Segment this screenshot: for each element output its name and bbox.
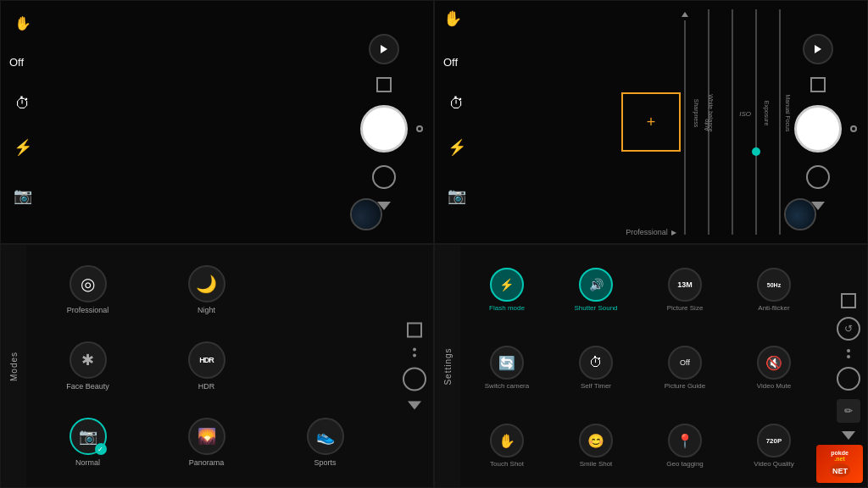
shutter-area: [360, 34, 408, 210]
q3-circle-button[interactable]: [403, 368, 426, 391]
mode-sports-label: Sports: [314, 458, 336, 467]
svg-marker-0: [381, 45, 387, 53]
q4-refresh-button[interactable]: ↺: [837, 317, 860, 341]
mode-panorama[interactable]: 🌄 Panorama: [188, 418, 225, 467]
aspect-ratio-button[interactable]: [376, 77, 392, 92]
q4-edit-button[interactable]: ✏: [837, 399, 860, 423]
q4-dot2: [847, 355, 850, 358]
mode-professional[interactable]: ◎ Professional: [67, 265, 109, 314]
video-button-2[interactable]: [803, 34, 833, 64]
q3-aspect-button[interactable]: [407, 323, 422, 338]
flash-mode-label: Flash mode: [489, 304, 525, 313]
aspect-ratio-button-2[interactable]: [810, 77, 826, 92]
mode-face-beauty-label: Face Beauty: [66, 382, 109, 391]
mode-night[interactable]: 🌙 Night: [188, 265, 225, 314]
shutter-sound-icon: 🔊: [579, 268, 613, 302]
q3-more-icon[interactable]: [408, 402, 421, 410]
mode-hdr[interactable]: HDR HDR: [188, 341, 225, 391]
svg-marker-1: [815, 45, 821, 53]
q4-circle-button[interactable]: [837, 367, 860, 391]
switch-camera-label: Switch camera: [485, 382, 529, 391]
pro-sliders-panel: Sharpness White balance ISO Auto Exposur…: [678, 5, 787, 239]
camera-mode-icon-2[interactable]: 📷: [443, 182, 470, 209]
video-mute-label: Video Mute: [757, 382, 791, 391]
mode-panorama-label: Panorama: [189, 458, 225, 467]
off-label-2: Off: [443, 56, 458, 69]
setting-anti-flicker[interactable]: 50Hz Anti-flicker: [757, 268, 791, 313]
mode-normal-label: Normal: [75, 458, 100, 467]
q4-more-icon[interactable]: [842, 431, 855, 440]
q4-aspect-button[interactable]: [841, 293, 856, 308]
touch-shot-icon: ✋: [490, 424, 524, 458]
modes-sidebar: Modes: [1, 245, 26, 487]
q3-dots-menu[interactable]: [413, 348, 416, 358]
shutter-area-2: [794, 34, 842, 210]
mode-normal-check: ✓: [95, 443, 107, 455]
modes-grid: ◎ Professional 🌙 Night ✱ Face Beauty HDR…: [31, 253, 382, 479]
video-quality-label: Video Quality: [754, 460, 793, 469]
off-label: Off: [9, 56, 24, 69]
focus-cross: +: [647, 114, 656, 131]
focus-box[interactable]: +: [621, 92, 681, 152]
setting-picture-size[interactable]: 13M Picture Size: [667, 268, 704, 313]
settings-grid: ⚡ Flash mode 🔊 Shutter Sound 13M Picture…: [465, 253, 816, 483]
shutter-indicator: [416, 125, 423, 132]
mode-professional-icon: ◎: [70, 265, 107, 302]
gallery-button-2[interactable]: [806, 165, 830, 189]
gallery-thumbnail-2[interactable]: [784, 198, 816, 230]
q1-left-sidebar: ✋: [9, 9, 36, 36]
mode-hdr-label: HDR: [198, 382, 215, 391]
setting-picture-guide[interactable]: Off Picture Guide: [665, 346, 705, 391]
camera-mode-icon[interactable]: 📷: [9, 182, 36, 209]
camera-viewfinder-pro: ✋ Off ⏱ ⚡ 📷 + Professional ▶ Sharpness W…: [434, 0, 868, 244]
setting-flash-mode[interactable]: ⚡ Flash mode: [489, 268, 525, 313]
anti-flicker-icon: 50Hz: [757, 268, 791, 302]
mode-normal-icon: 📷 ✓: [70, 418, 107, 455]
mode-normal[interactable]: 📷 ✓ Normal: [70, 418, 107, 467]
smile-shot-icon: 😊: [579, 424, 613, 458]
video-quality-icon: 720P: [757, 424, 791, 458]
mode-night-label: Night: [198, 306, 215, 314]
pro-label-bottom: Professional ▶: [626, 228, 676, 236]
hand-cursor-icon: ✋: [9, 9, 36, 36]
setting-video-quality[interactable]: 720P Video Quality: [754, 424, 793, 469]
picture-guide-label: Picture Guide: [665, 382, 705, 391]
mode-professional-label: Professional: [67, 306, 109, 314]
switch-camera-icon: 🔄: [490, 346, 524, 380]
picture-size-label: Picture Size: [667, 304, 704, 313]
setting-video-mute[interactable]: 🔇 Video Mute: [757, 346, 791, 391]
modes-panel: Modes ◎ Professional 🌙 Night ✱ Face Beau…: [0, 244, 434, 488]
mode-face-beauty[interactable]: ✱ Face Beauty: [66, 341, 109, 391]
q4-dots-menu[interactable]: [847, 349, 850, 358]
pokde-watermark: pokde .net NET: [816, 445, 863, 483]
gallery-thumbnail[interactable]: [350, 198, 382, 230]
shutter-sound-label: Shutter Sound: [574, 304, 617, 313]
setting-touch-shot[interactable]: ✋ Touch Shot: [490, 424, 524, 469]
video-button[interactable]: [369, 34, 399, 64]
mode-panorama-icon: 🌄: [188, 418, 225, 455]
anti-flicker-label: Anti-flicker: [758, 304, 789, 313]
timer-icon[interactable]: ⏱: [9, 90, 36, 117]
setting-self-timer[interactable]: ⏱ Self Timer: [579, 346, 613, 391]
mode-sports[interactable]: 👟 Sports: [307, 418, 344, 467]
timer-icon-2[interactable]: ⏱: [443, 90, 470, 117]
mode-night-icon: 🌙: [188, 265, 225, 302]
picture-guide-icon: Off: [668, 346, 702, 380]
settings-label: Settings: [443, 347, 453, 385]
dot1: [413, 348, 416, 352]
setting-switch-camera[interactable]: 🔄 Switch camera: [485, 346, 529, 391]
settings-sidebar: Settings: [435, 245, 460, 487]
hand-cursor-icon-2: ✋: [443, 9, 462, 28]
setting-geo-tagging[interactable]: 📍 Geo tagging: [666, 424, 704, 469]
shutter-indicator-2: [850, 125, 857, 132]
flash-mode-icon: ⚡: [490, 268, 524, 302]
gallery-button[interactable]: [372, 165, 396, 189]
flash-icon[interactable]: ⚡: [9, 134, 36, 161]
q3-right-controls: [403, 323, 426, 410]
setting-shutter-sound[interactable]: 🔊 Shutter Sound: [574, 268, 617, 313]
flash-icon-2[interactable]: ⚡: [443, 134, 470, 161]
shutter-button[interactable]: [360, 105, 408, 152]
setting-smile-shot[interactable]: 😊 Smile Shot: [579, 424, 613, 469]
geo-tagging-label: Geo tagging: [666, 460, 704, 469]
shutter-button-2[interactable]: [794, 105, 842, 152]
